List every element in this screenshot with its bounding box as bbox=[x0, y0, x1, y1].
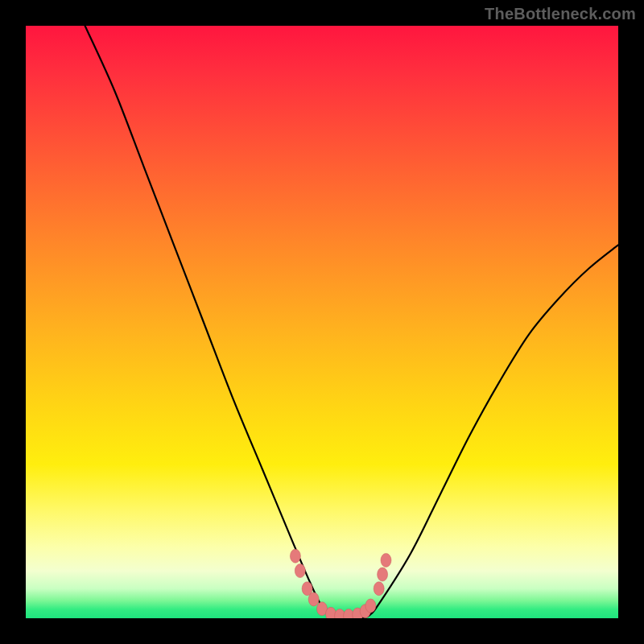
marker-dot bbox=[378, 568, 388, 581]
watermark-text: TheBottleneck.com bbox=[485, 5, 636, 23]
marker-dot bbox=[308, 592, 319, 606]
marker-dot bbox=[381, 553, 391, 567]
marker-dot bbox=[374, 582, 384, 596]
outer-frame: TheBottleneck.com bbox=[0, 0, 644, 644]
marker-dot bbox=[295, 564, 305, 578]
marker-dot bbox=[365, 599, 376, 613]
bottleneck-curve-line bbox=[85, 26, 618, 618]
plot-area bbox=[26, 26, 618, 618]
chart-svg bbox=[26, 26, 618, 618]
marker-dot bbox=[290, 549, 300, 563]
